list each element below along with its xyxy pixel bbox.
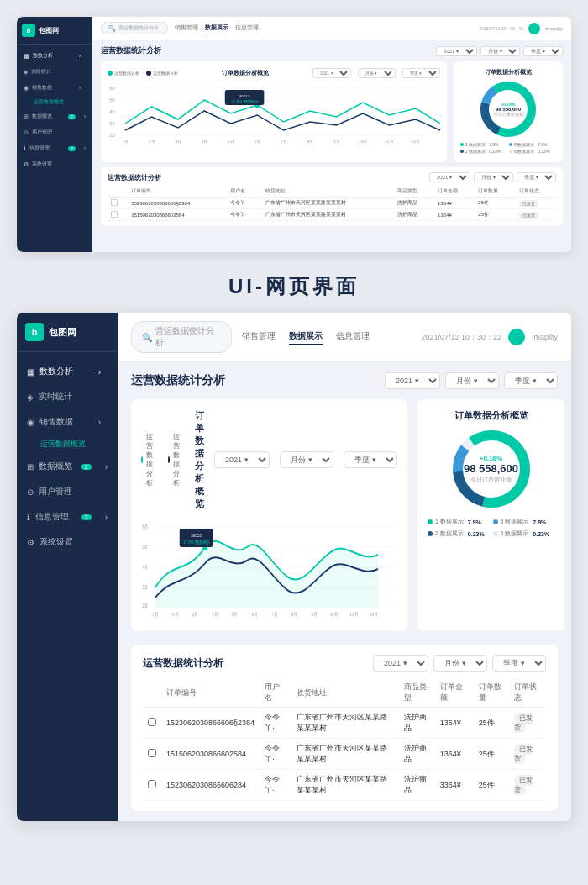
legend-2-small: 运营数据分析 <box>146 71 178 76</box>
tab-info-mgmt-small[interactable]: 信息管理 <box>235 22 259 34</box>
chart-quarter-small[interactable]: 季度 ▾ <box>402 68 440 78</box>
table-year-filter-small[interactable]: 2021 ▾ <box>429 172 470 182</box>
sidebar-item-overview-full[interactable]: ⊞ 数据概览 2 › <box>17 454 118 479</box>
chart-title-full: 订单数据分析概览 <box>195 409 204 510</box>
table-row: 1523062030866606§2384 今令丫· 广东省广州市天河区某某路某… <box>108 198 556 209</box>
table-year-filter-full[interactable]: 2021 ▾ <box>373 655 428 672</box>
col-check-full <box>143 678 161 708</box>
tab-info-mgmt-full[interactable]: 信息管理 <box>336 329 370 345</box>
tab-data-display-full[interactable]: 数据展示 <box>289 329 323 345</box>
table-title-row-full: 运营数据统计分析 2021 ▾ 月份 ▾ 季度 ▾ <box>143 655 546 672</box>
logo-text-small: 包图网 <box>39 26 59 35</box>
donut-text-full: +0.18% 98 558,600 今日订单营业额 <box>464 455 518 484</box>
settings-icon-full: ⚙ <box>27 538 34 547</box>
page-title-row-small: 运营数据统计分析 2021 ▾ 月份 ▾ 季度 ▾ <box>101 45 563 56</box>
table-title-small: 运营数据统计分析 <box>108 173 161 182</box>
table-quarter-filter-small[interactable]: 季度 ▾ <box>517 172 556 182</box>
sidebar-item-realtime[interactable]: ◈ 实时统计 <box>17 64 92 80</box>
legend-item-4-full: 6 数据展示 0.23% <box>493 529 555 538</box>
tab-sales-mgmt-small[interactable]: 销售管理 <box>175 22 198 34</box>
realtime-icon-full: ◈ <box>27 392 34 402</box>
datetime-full: 2021/07/12 10：30：22 <box>421 332 501 343</box>
svg-text:4月: 4月 <box>212 611 218 617</box>
chart-year-full[interactable]: 2021 ▾ <box>214 451 270 468</box>
year-filter-full[interactable]: 2021 ▾ <box>385 372 440 389</box>
realtime-icon-small: ◈ <box>24 69 28 76</box>
sidebar-subitem-ops-full[interactable]: 运营数据概览 <box>17 435 118 454</box>
chart-year-small[interactable]: 2021 ▾ <box>312 68 351 78</box>
legend-dot-2-full <box>168 456 170 463</box>
col-orderid-full: 订单编号 <box>161 678 260 708</box>
sidebar-small: b 包图网 ▦ 数数分析 › ◈ 实时统计 ◉ 销售数据 › <box>17 17 92 252</box>
tab-sales-mgmt-full[interactable]: 销售管理 <box>242 329 276 345</box>
sidebar-item-info[interactable]: ℹ 信息管理 3 › <box>17 140 92 156</box>
status-badge-2-full: 已发货 <box>514 744 533 764</box>
sidebar-item-sales-full[interactable]: ◉ 销售数据 › <box>17 409 118 435</box>
main-content-small: 🔍 营运数据统计分析 销售管理 数据展示 信息管理 2016/07/12 10：… <box>92 17 571 252</box>
svg-text:2月: 2月 <box>172 611 178 617</box>
svg-text:8月: 8月 <box>307 140 313 144</box>
quarter-filter-small[interactable]: 季度 ▾ <box>523 46 563 56</box>
sidebar-item-users-full[interactable]: ⊙ 用户管理 <box>17 479 118 504</box>
overview-icon-small: ⊞ <box>24 113 29 120</box>
table-quarter-filter-full[interactable]: 季度 ▾ <box>492 655 546 672</box>
chart-icon-full: ▦ <box>27 367 34 377</box>
col-username-full: 用户名 <box>260 678 291 708</box>
svg-text:50: 50 <box>109 97 114 103</box>
row-checkbox-2[interactable] <box>111 211 118 218</box>
username-full: Imapilty <box>532 333 558 341</box>
month-filter-full[interactable]: 月份 ▾ <box>445 372 499 389</box>
status-badge-1-full: 已发货 <box>514 713 533 733</box>
chart-card-full: 运营数据分析 运营数据分析 订单数据分析概览 2021 ▾ 月份 ▾ 季度 ▾ <box>131 399 407 631</box>
legend-1-small: 运营数据分析 <box>108 71 139 76</box>
donut-container-full: 订单数据分析概览 +0.18% 98 558 <box>428 409 554 538</box>
chart-month-full[interactable]: 月份 ▾ <box>280 451 333 468</box>
legend-item-4-small: 6 数据展示 0.23% <box>509 149 556 154</box>
table-row: 1523062030866606§2384 今令丫· 广东省广州市天河区某某路某… <box>143 708 546 739</box>
sidebar-subitem-ops[interactable]: 运营数据概览 <box>17 96 92 108</box>
row-checkbox-2-full[interactable] <box>148 749 156 757</box>
search-box-small[interactable]: 🔍 营运数据统计分析 <box>101 22 168 34</box>
svg-text:5月: 5月 <box>232 611 238 617</box>
col-product-small: 商品类型 <box>394 186 434 198</box>
legend-item-1-full: 1 数据展示 7.9% <box>428 518 490 526</box>
sidebar-item-realtime-full[interactable]: ◈ 实时统计 <box>17 384 118 409</box>
donut-legend-small: 1 数据展示 7.9% 5 数据展示 7.9% <box>460 142 556 154</box>
sidebar-item-settings-full[interactable]: ⚙ 系统设置 <box>17 529 118 555</box>
data-table-small: 订单编号 用户名 收货地址 商品类型 订单金额 订单数量 订单状态 <box>108 186 556 221</box>
tab-data-display-small[interactable]: 数据展示 <box>205 22 228 34</box>
legend-dot-1-full <box>141 456 143 463</box>
year-filter-small[interactable]: 2021 ▾ <box>436 46 477 56</box>
line-chart-small: 60 50 40 30 20 <box>108 82 440 145</box>
chart-quarter-full[interactable]: 季度 ▾ <box>344 451 397 468</box>
row-checkbox-1[interactable] <box>111 199 118 206</box>
month-filter-small[interactable]: 月份 ▾ <box>480 46 520 56</box>
quarter-filter-full[interactable]: 季度 ▾ <box>504 372 558 389</box>
svg-text:6月: 6月 <box>252 611 258 617</box>
sidebar-item-info-full[interactable]: ℹ 信息管理 3 › <box>17 504 118 529</box>
legend-item-1-small: 1 数据展示 7.9% <box>460 142 507 147</box>
username-small: Imapilty <box>545 26 563 31</box>
info-icon-full: ℹ <box>27 513 30 522</box>
sidebar-item-data-analysis[interactable]: ▦ 数数分析 › <box>17 48 92 64</box>
row-checkbox-3-full[interactable] <box>148 780 156 788</box>
sidebar-item-settings[interactable]: ⚙ 系统设置 <box>17 156 92 172</box>
col-status-full: 订单状态 <box>509 678 546 708</box>
table-filter-full: 2021 ▾ 月份 ▾ 季度 ▾ <box>373 655 546 672</box>
table-month-filter-full[interactable]: 月份 ▾ <box>433 655 487 672</box>
row-checkbox-1-full[interactable] <box>148 718 156 726</box>
header-full: 🔍 营运数据统计分析 销售管理 数据展示 信息管理 2021/07/12 10：… <box>118 313 571 362</box>
filter-row-small: 2021 ▾ 月份 ▾ 季度 ▾ <box>436 46 563 56</box>
chart-title-small: 订单数据分析概览 <box>185 69 306 77</box>
sidebar-item-data-analysis-full[interactable]: ▦ 数数分析 › <box>17 359 118 384</box>
legend-dot-2-small <box>146 71 151 76</box>
search-box-full[interactable]: 🔍 营运数据统计分析 <box>131 321 232 353</box>
sidebar-item-overview[interactable]: ⊞ 数据概览 2 › <box>17 108 92 124</box>
chart-month-small[interactable]: 月份 ▾ <box>358 68 396 78</box>
avatar-small <box>528 23 540 34</box>
table-month-filter-small[interactable]: 月份 ▾ <box>474 172 513 182</box>
page-title-row-full: 运营数据统计分析 2021 ▾ 月份 ▾ 季度 ▾ <box>131 372 558 389</box>
sidebar-item-sales[interactable]: ◉ 销售数据 › <box>17 80 92 96</box>
charts-row-full: 运营数据分析 运营数据分析 订单数据分析概览 2021 ▾ 月份 ▾ 季度 ▾ <box>131 399 558 631</box>
sidebar-item-users[interactable]: ⊙ 用户管理 <box>17 124 92 140</box>
